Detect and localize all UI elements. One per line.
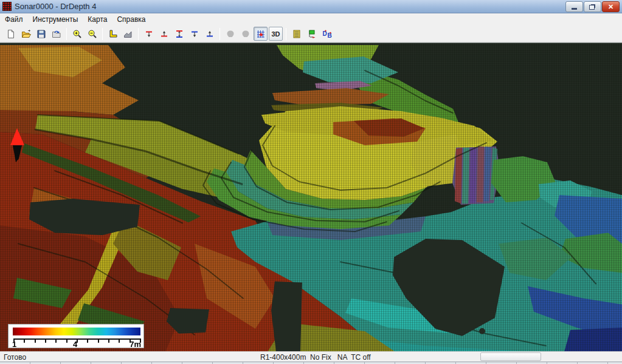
status-info: R1-400x400m No Fix NA TC off [260,353,371,362]
blob-disabled-icon [241,29,251,39]
open-file-button[interactable] [19,27,33,41]
legend-tick [130,338,131,343]
close-button[interactable]: ✕ [602,1,620,12]
blob-button-2[interactable] [238,27,252,41]
legend-tick [66,338,67,343]
toolbar-separator [66,28,67,40]
status-ready: Готово [4,353,26,362]
profile-button[interactable] [121,27,135,41]
zoom-in-button[interactable] [70,27,84,41]
marker-red-up-icon [159,29,169,39]
legend-tick [140,338,141,343]
save-button[interactable] [34,27,48,41]
gps-flag-icon [307,29,317,39]
marker-red-up-button[interactable] [157,27,171,41]
toolbar-separator [219,28,220,40]
window-title: Sonar0000 - DrDepth 4 [15,2,96,11]
legend-tick [77,338,78,343]
marker-blue-up-icon [205,29,215,39]
import-folder-icon [52,29,61,39]
marker-range-button[interactable] [172,27,186,41]
legend-tick [35,338,36,343]
marker-blue-up-button[interactable] [202,27,216,41]
data-list-icon [292,29,302,39]
marker-range-icon [175,29,184,39]
menu-file[interactable]: Файл [0,14,28,25]
menu-help[interactable]: Справка [112,14,150,25]
minimize-icon [572,8,577,10]
menu-bar: Файл Инструменты Карта Справка [0,13,622,26]
gps-track-button[interactable] [305,27,319,41]
app-window: Sonar0000 - DrDepth 4 ✕ Файл Инструменты… [0,0,622,364]
measure-button[interactable] [106,27,120,41]
legend-tick [98,338,99,343]
marker-red-down-button[interactable] [142,27,156,41]
legend-tick [13,338,15,343]
close-icon: ✕ [608,3,613,11]
toolbar-separator [286,28,286,40]
legend-tick [45,338,46,343]
view-3d-button[interactable]: 3D [269,27,283,41]
taskbar-edge[interactable] [0,362,622,364]
bottom-profile-icon [123,29,133,39]
app-icon [2,2,12,11]
legend-tick [55,338,57,343]
depth-legend: 1 4 7m [8,324,144,348]
status-progress-panel [480,352,541,361]
new-file-button[interactable] [4,27,18,41]
zoom-out-icon [88,29,97,39]
legend-tick [24,338,25,343]
toolbar-separator [138,28,139,40]
import-data-button[interactable] [49,27,63,41]
menu-map[interactable]: Карта [83,14,112,25]
database-icon: D B [322,29,332,39]
blob-disabled-icon [226,29,235,39]
minimize-button[interactable] [565,1,583,12]
grid-map-icon [256,29,266,39]
legend-tick [119,338,120,343]
map-viewport: 1 4 7m [0,43,622,351]
new-document-icon [6,29,16,39]
depth-gradient-bar [13,328,140,335]
legend-tick [87,338,88,343]
toolbar-separator [102,28,103,40]
marker-red-down-icon [144,29,154,39]
toolbar: 3D D B [0,26,622,43]
data-list-button[interactable] [289,27,303,41]
open-folder-icon [21,29,31,39]
floppy-icon [36,29,46,39]
zoom-in-icon [72,29,82,39]
menu-tools[interactable]: Инструменты [28,14,83,25]
grid-view-button[interactable] [254,27,268,41]
database-button[interactable]: D B [320,27,334,41]
ruler-icon [108,29,118,39]
restore-icon [589,5,595,10]
blob-button-1[interactable] [223,27,237,41]
restore-button[interactable] [584,1,601,12]
svg-text:D: D [322,30,327,37]
status-bar: Готово R1-400x400m No Fix NA TC off [0,351,622,362]
view-3d-label: 3D [271,30,280,38]
svg-text:B: B [327,32,331,39]
title-bar: Sonar0000 - DrDepth 4 ✕ [0,0,622,13]
marker-blue-down-button[interactable] [187,27,201,41]
legend-tick [108,338,109,343]
bathymetry-map-canvas[interactable] [0,43,622,352]
zoom-out-button[interactable] [85,27,99,41]
marker-blue-down-icon [190,29,199,39]
